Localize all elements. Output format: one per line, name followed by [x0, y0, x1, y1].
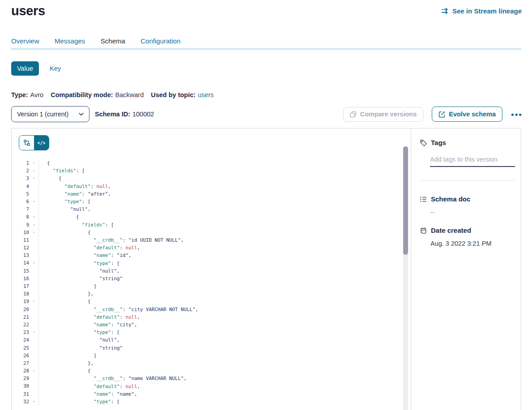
tab-overview[interactable]: Overview — [11, 37, 39, 45]
fold-spacer — [29, 252, 38, 259]
page-header: users See in Stream lineage — [0, 0, 532, 18]
code-line: 17] — [12, 282, 411, 290]
schema-id-label: Schema ID: — [95, 111, 130, 118]
code-line: 8▾{ — [12, 213, 411, 221]
version-select[interactable]: Version 1 (current) — [11, 106, 89, 122]
code-text: }, — [38, 290, 94, 298]
code-text: "fields": [ — [38, 167, 85, 175]
schema-meta-row: Type:Avro Compatibility mode:Backward Us… — [11, 91, 532, 98]
schema-editor: </> 1▾{2▾"fields": [3▾{4"default": null,… — [12, 128, 411, 410]
line-number: 23 — [12, 329, 29, 336]
line-number: 26 — [12, 352, 29, 359]
fold-toggle-icon[interactable]: ▾ — [29, 167, 38, 175]
code-line: 10▾{ — [12, 229, 411, 236]
compatibility-label: Compatibility mode: — [51, 91, 113, 98]
stream-lineage-link[interactable]: See in Stream lineage — [441, 7, 522, 15]
code-line: 4"default": null, — [12, 183, 411, 190]
stream-lineage-icon — [441, 8, 449, 14]
schema-doc-value: -- — [430, 209, 514, 216]
topic-link[interactable]: users — [198, 91, 213, 98]
fold-toggle-icon[interactable]: ▾ — [29, 198, 38, 205]
fold-spacer — [29, 236, 38, 244]
code-text: "name": "name", — [38, 390, 137, 398]
code-line: 22"name": "city", — [12, 321, 411, 329]
code-text: "type": [ — [38, 198, 91, 205]
line-number: 15 — [12, 267, 29, 275]
tab-bar: Overview Messages Schema Configuration — [11, 37, 521, 47]
compatibility-value: Backward — [115, 91, 144, 98]
code-text: "string" — [38, 344, 123, 352]
fold-toggle-icon[interactable]: ▾ — [29, 367, 38, 375]
code-text: { — [38, 159, 50, 167]
fold-toggle-icon[interactable]: ▾ — [29, 329, 38, 336]
fold-toggle-icon[interactable]: ▾ — [29, 213, 38, 221]
stream-lineage-label: See in Stream lineage — [452, 7, 522, 15]
line-number: 22 — [12, 321, 29, 329]
fold-toggle-icon[interactable]: ▾ — [29, 221, 38, 229]
schema-panel: </> 1▾{2▾"fields": [3▾{4"default": null,… — [11, 128, 521, 410]
code-view-button[interactable]: </> — [34, 136, 49, 150]
code-line: 27}, — [12, 359, 411, 367]
schema-id-value: 100002 — [132, 111, 154, 118]
line-number: 25 — [12, 344, 29, 352]
editor-scrollbar-thumb[interactable] — [403, 146, 408, 255]
code-text: { — [38, 367, 91, 375]
code-text: { — [38, 298, 91, 305]
fold-spacer — [29, 390, 38, 398]
version-select-value: Version 1 (current) — [17, 111, 68, 118]
code-text: "null", — [38, 267, 120, 275]
code-line: 26] — [12, 352, 411, 359]
code-line: 7"null", — [12, 205, 411, 213]
code-text: { — [38, 229, 91, 236]
more-actions-button[interactable]: ••• — [511, 110, 523, 119]
tree-view-button[interactable] — [19, 136, 34, 150]
tab-messages[interactable]: Messages — [55, 37, 85, 45]
code-line: 14▾"type": [ — [12, 259, 411, 267]
line-number: 13 — [12, 252, 29, 259]
date-created-value: Aug. 3 2022 3:21 PM — [430, 240, 514, 247]
tab-configuration[interactable]: Configuration — [140, 37, 180, 45]
code-line: 15"null", — [12, 267, 411, 275]
line-number: 14 — [12, 259, 29, 267]
line-number: 3 — [12, 175, 29, 182]
code-line: 28▾{ — [12, 367, 411, 375]
fold-toggle-icon[interactable]: ▾ — [29, 259, 38, 267]
fold-spacer — [29, 352, 38, 359]
compare-versions-button[interactable]: Compare versions — [343, 107, 424, 122]
version-toolbar: Version 1 (current) Schema ID:100002 Com… — [11, 106, 523, 122]
fold-toggle-icon[interactable]: ▾ — [29, 298, 38, 305]
code-text: ] — [38, 352, 97, 359]
code-text: "string" — [38, 275, 123, 282]
add-tags-input[interactable] — [430, 156, 515, 167]
fold-spacer — [29, 306, 38, 313]
fold-toggle-icon[interactable]: ▾ — [29, 159, 38, 167]
code-text: "name": "after", — [38, 190, 111, 198]
fold-toggle-icon[interactable]: ▾ — [29, 229, 38, 236]
line-number: 24 — [12, 336, 29, 344]
line-number: 20 — [12, 306, 29, 313]
code-line: 16"string" — [12, 275, 411, 282]
fold-toggle-icon[interactable]: ▾ — [29, 175, 38, 182]
fold-toggle-icon[interactable]: ▾ — [29, 398, 38, 406]
date-created-title: Date created — [431, 226, 471, 234]
line-number: 9 — [12, 221, 29, 229]
value-button[interactable]: Value — [11, 61, 39, 76]
code-text: "__crdb__": "id UUID NOT NULL", — [38, 236, 184, 244]
code-line: 31"name": "name", — [12, 390, 411, 398]
code-text: ] — [38, 282, 97, 290]
fold-spacer — [29, 205, 38, 213]
code-line: 20"__crdb__": "city VARCHAR NOT NULL", — [12, 306, 411, 313]
code-line: 19▾{ — [12, 298, 411, 305]
line-number: 21 — [12, 313, 29, 321]
code-text: "type": [ — [38, 259, 120, 267]
fold-spacer — [29, 267, 38, 275]
code-brackets-icon: </> — [37, 141, 45, 145]
type-value: Avro — [30, 91, 44, 98]
key-button[interactable]: Key — [50, 65, 61, 72]
line-number: 27 — [12, 359, 29, 367]
editor-scrollbar-track[interactable] — [403, 146, 408, 410]
fold-spacer — [29, 344, 38, 352]
evolve-schema-button[interactable]: Evolve schema — [432, 107, 502, 122]
tab-schema[interactable]: Schema — [101, 37, 125, 45]
fold-spacer — [29, 290, 38, 298]
